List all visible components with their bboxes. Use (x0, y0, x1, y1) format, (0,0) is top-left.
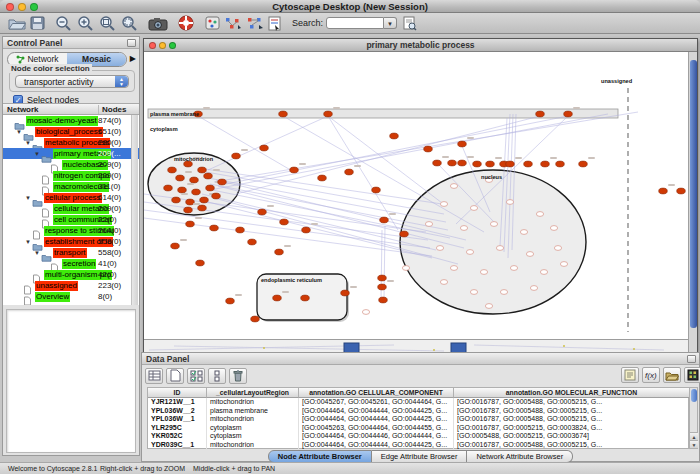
graph-node[interactable] (520, 230, 527, 235)
graph-node-selected-red[interactable] (204, 173, 213, 179)
vertical-scrollbar[interactable] (688, 52, 697, 352)
tree-row[interactable]: macromolecule311(0) (3, 181, 139, 192)
table-cell[interactable]: YDR039C__1 (148, 441, 207, 450)
tree-row[interactable]: multi-organism pro42(0) (3, 269, 139, 280)
table-cell[interactable]: cytoplasm (207, 424, 299, 433)
table-cell[interactable]: mitochondrion (207, 415, 299, 424)
search-dropdown-arrow[interactable]: ▼ (384, 17, 397, 29)
graph-node-selected-red[interactable] (378, 284, 387, 290)
float-data-panel-icon[interactable] (687, 355, 696, 363)
table-cell[interactable]: [GO:0045267, GO:0045261, GO:0044464, G..… (299, 398, 454, 407)
graph-node[interactable] (450, 266, 457, 271)
tree-row[interactable]: secretion41(0) (3, 258, 139, 269)
graph-node-selected-red[interactable] (301, 295, 310, 301)
graph-node[interactable] (560, 262, 567, 267)
graph-node[interactable] (485, 304, 492, 309)
graph-node-selected-red[interactable] (524, 161, 533, 167)
table-cell[interactable]: YKR052C (148, 432, 207, 441)
graph-node-selected-red[interactable] (178, 187, 187, 193)
node-color-dropdown[interactable]: transporter activity ▲▼ (15, 75, 129, 88)
graph-node-selected-red[interactable] (198, 205, 207, 211)
function-builder-button[interactable]: f(x) (642, 367, 660, 383)
birdseye-view[interactable] (6, 309, 136, 453)
graph-node[interactable] (450, 184, 457, 189)
graph-node-selected-red[interactable] (275, 249, 284, 255)
disclosure-triangle-icon[interactable]: ▼ (24, 140, 32, 146)
table-cell[interactable]: plasma membrane (207, 407, 299, 416)
tree-row[interactable]: ▼establishment of lo558(0) (3, 236, 139, 247)
graph-node[interactable] (466, 250, 473, 255)
graph-node-selected-red[interactable] (172, 197, 181, 203)
tree-row[interactable]: cellular metabo209(0) (3, 203, 139, 214)
graph-node-selected-red[interactable] (168, 167, 177, 173)
attribute-notes-button[interactable] (621, 367, 639, 383)
tab-scroll-right-icon[interactable]: ▶ (130, 54, 136, 63)
table-cell[interactable]: [GO:0016787, GO:0005488, GO:0005215, G..… (454, 441, 690, 450)
select-all-attributes-button[interactable] (187, 368, 205, 384)
graph-node[interactable] (496, 246, 503, 251)
graph-node-selected-red[interactable] (226, 298, 235, 304)
attribute-matrix-button[interactable] (684, 367, 700, 383)
graph-node-selected-red[interactable] (677, 188, 686, 194)
graph-node-selected-red[interactable] (258, 209, 267, 215)
tree-row[interactable]: ▼metabolic process280(0) (3, 137, 139, 148)
graph-node-selected-red[interactable] (400, 231, 409, 237)
table-scrollbar-thumb[interactable] (691, 389, 697, 402)
graph-node[interactable] (510, 266, 517, 271)
disclosure-triangle-icon[interactable]: ▼ (33, 250, 41, 256)
scroll-down-arrow[interactable]: ▼ (690, 440, 698, 448)
tree-row[interactable]: cell communicat22(0) (3, 214, 139, 225)
graph-node-selected-red[interactable] (659, 188, 668, 194)
configure-search-button[interactable] (403, 14, 417, 32)
create-attribute-button[interactable] (166, 368, 184, 384)
table-cell[interactable]: [GO:0016787, GO:0005488, GO:0005215, G..… (454, 398, 690, 407)
tree-row[interactable]: nucleobase-209(0) (3, 159, 139, 170)
table-cell[interactable]: [GO:0016787, GO:0005215, GO:0003824, G..… (454, 424, 690, 433)
table-cell[interactable]: [GO:0016787, GO:0005488, GO:0005215, G..… (454, 415, 690, 424)
graph-node-selected-red[interactable] (378, 275, 387, 281)
graph-node-selected-red[interactable] (196, 260, 205, 266)
table-cell[interactable]: YJR121W__1 (148, 398, 207, 407)
network-view-titlebar[interactable]: primary metabolic process (144, 39, 697, 52)
unselect-all-attributes-button[interactable] (208, 368, 226, 384)
graph-node-selected-red[interactable] (318, 175, 327, 181)
graph-node-selected-red[interactable] (379, 297, 388, 303)
graph-node-selected-red[interactable] (184, 207, 193, 213)
graph-node-selected-red[interactable] (486, 161, 495, 167)
graph-node-selected-red[interactable] (186, 221, 195, 227)
zoom-fit-button[interactable] (121, 14, 138, 32)
select-attributes-button[interactable] (145, 368, 163, 384)
graph-node[interactable] (540, 270, 547, 275)
tree-row[interactable]: unassigned223(0) (3, 280, 139, 291)
table-cell[interactable]: [GO:0005488, GO:0005215, GO:0003674] (454, 432, 690, 441)
graph-node-selected-red[interactable] (458, 160, 467, 166)
graph-node-selected-red[interactable] (190, 177, 199, 183)
graph-node-selected-red[interactable] (236, 227, 245, 233)
zoom-in-button[interactable] (77, 14, 94, 32)
graph-node-selected-red[interactable] (380, 217, 389, 223)
disclosure-triangle-icon[interactable]: ▼ (24, 239, 32, 245)
graph-node-selected-red[interactable] (564, 111, 573, 117)
horizontal-scrollbar[interactable] (144, 339, 690, 352)
column-header[interactable]: annotation.GO CELLULAR_COMPONENT (299, 388, 454, 398)
tree-row[interactable]: ▼transport558(0) (3, 247, 139, 258)
graph-node[interactable] (530, 286, 537, 291)
table-cell[interactable]: [GO:0044464, GO:0044444, GO:0044425, G..… (299, 415, 454, 424)
graph-node-selected-red[interactable] (541, 161, 550, 167)
graph-node-selected-red[interactable] (232, 153, 241, 159)
column-header[interactable]: ID (148, 388, 207, 398)
tree-row[interactable]: nitrogen compo209(0) (3, 170, 139, 181)
graph-node-selected-red[interactable] (458, 141, 467, 147)
layout-edges-button[interactable] (246, 14, 264, 32)
graph-node-selected-red[interactable] (279, 111, 288, 117)
graph-node[interactable] (470, 290, 477, 295)
graph-node-selected-red[interactable] (341, 290, 350, 296)
graph-node-selected-red[interactable] (218, 179, 227, 185)
table-cell[interactable]: [GO:0044464, GO:0044446, GO:0044444, G..… (299, 432, 454, 441)
graph-node-selected-red[interactable] (372, 187, 381, 193)
graph-node-selected-red[interactable] (171, 243, 180, 249)
graph-node-selected-red[interactable] (198, 167, 207, 173)
tree-row[interactable]: Overview8(0) (3, 291, 139, 302)
open-session-button[interactable] (8, 14, 26, 32)
graph-node[interactable] (554, 246, 561, 251)
